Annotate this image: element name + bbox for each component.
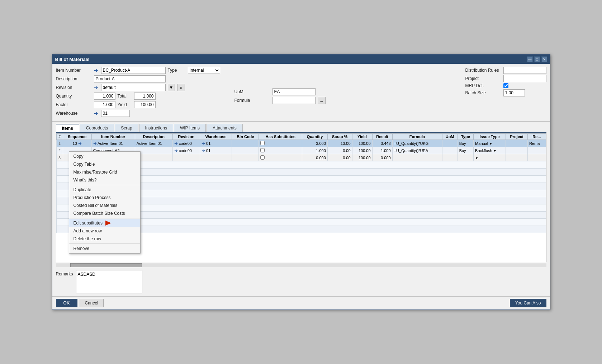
row-scrap: 13.00 — [327, 140, 352, 147]
context-menu-copy-table[interactable]: Copy Table — [69, 160, 140, 168]
ok-button[interactable]: OK — [56, 299, 77, 307]
cancel-button[interactable]: Cancel — [80, 299, 104, 307]
context-menu-costed-bom[interactable]: Costed Bill of Materials — [69, 202, 140, 209]
mrp-def-checkbox[interactable] — [503, 83, 508, 88]
row-bin-code — [232, 154, 259, 161]
tab-items[interactable]: Items — [56, 124, 79, 132]
row-project — [506, 140, 528, 147]
uom-input[interactable] — [272, 88, 316, 95]
description-input[interactable] — [94, 75, 166, 82]
tab-wip-items[interactable]: WIP Items — [174, 124, 206, 132]
type-dropdown[interactable]: Internal — [188, 67, 220, 74]
row-has-sub — [259, 140, 302, 147]
row-warehouse — [200, 154, 232, 161]
project-input[interactable] — [503, 75, 546, 82]
row-revision: ➜ code00 — [172, 140, 200, 147]
maximize-button[interactable]: □ — [534, 56, 540, 62]
warehouse-input[interactable] — [101, 110, 130, 117]
row-issue-type: Manual ▼ — [474, 140, 506, 147]
row-seq: 10 ➜ — [63, 140, 91, 147]
description-label: Description — [56, 76, 92, 81]
tab-attachments[interactable]: Attachments — [207, 124, 243, 132]
horizontal-scrollbar[interactable] — [56, 263, 546, 267]
minimize-button[interactable]: — — [527, 56, 533, 62]
bottom-bar: OK Cancel You Can Also — [52, 296, 550, 309]
col-scrap: Scrap % — [327, 134, 352, 140]
form-right: Distribution Rules Project MRP Def. Batc… — [465, 67, 546, 96]
col-revision: Revision — [172, 134, 200, 140]
row-formula: =U_Quantity()*UKG — [392, 140, 442, 147]
row-uom — [442, 147, 458, 154]
bill-of-materials-window: Bill of Materials — □ ✕ Item Number ➜ Ty… — [52, 54, 550, 310]
col-item-number: Item Number — [91, 134, 135, 140]
window-title: Bill of Materials — [55, 57, 90, 62]
close-button[interactable]: ✕ — [541, 56, 547, 62]
formula-label: Formula — [234, 98, 270, 103]
scrollbar-thumb[interactable] — [70, 263, 142, 267]
revision-dropdown-btn[interactable]: ▼ — [168, 84, 175, 91]
tab-coproducts[interactable]: Coproducts — [80, 124, 114, 132]
formula-dots-btn[interactable]: ... — [318, 97, 326, 104]
row-remark: Rema — [528, 140, 546, 147]
row-scrap: 0.00 — [327, 147, 352, 154]
form-middle: UoM Formula ... — [234, 88, 326, 105]
context-menu-delete-row[interactable]: Delete the row — [69, 235, 140, 243]
row-num: 3 — [56, 154, 63, 161]
table-row[interactable]: 1 10 ➜ ➜ Active-Item-01 Active-Item-01 ➜… — [56, 140, 546, 147]
col-uom: UoM — [442, 134, 458, 140]
col-result: Result — [372, 134, 392, 140]
item-number-arrow: ➜ — [94, 67, 98, 73]
row-has-sub — [259, 147, 302, 154]
context-menu-copy[interactable]: Copy — [69, 152, 140, 160]
context-menu-edit-substitutes[interactable]: Edit substitutes — [69, 219, 140, 227]
total-label: Total — [118, 94, 132, 99]
row-project — [506, 154, 528, 161]
row-description: Active-Item-01 — [135, 140, 172, 147]
remarks-input[interactable]: ASDASD — [76, 270, 142, 293]
revision-dots-btn[interactable]: ≡ — [177, 84, 185, 91]
context-menu-remove[interactable]: Remove — [69, 245, 140, 252]
dist-rules-input[interactable] — [503, 67, 546, 74]
row-type: Buy — [458, 140, 473, 147]
row-result: 0.000 — [372, 154, 392, 161]
row-remark — [528, 154, 546, 161]
window-controls: — □ ✕ — [527, 56, 547, 62]
revision-label: Revision — [56, 85, 92, 90]
context-menu-compare-batch[interactable]: Compare Batch Size Costs — [69, 209, 140, 217]
mrp-def-label: MRP Def. — [465, 83, 501, 88]
you-can-also-button[interactable]: You Can Also — [510, 299, 546, 307]
warehouse-arrow: ➜ — [94, 110, 98, 116]
dist-rules-label: Distribution Rules — [465, 68, 501, 73]
row-revision — [172, 154, 200, 161]
remarks-area: Remarks ASDASD — [52, 267, 550, 296]
row-result: 1.000 — [372, 147, 392, 154]
row-issue-type: Backflush ▼ — [474, 147, 506, 154]
revision-arrow: ➜ — [94, 85, 98, 90]
row-issue-type: ▼ — [474, 154, 506, 161]
context-menu-whats-this[interactable]: What's this? — [69, 176, 140, 184]
context-menu-maximise[interactable]: Maximise/Restore Grid — [69, 168, 140, 176]
row-num: 1 — [56, 140, 63, 147]
context-menu-sep1 — [69, 185, 140, 185]
context-menu-production-process[interactable]: Production Process — [69, 194, 140, 202]
tab-scrap[interactable]: Scrap — [115, 124, 138, 132]
row-num: 2 — [56, 147, 63, 154]
factor-input[interactable] — [94, 101, 115, 108]
row-type — [458, 154, 473, 161]
context-menu-add-row[interactable]: Add a new row — [69, 227, 140, 235]
context-menu-sep2 — [69, 218, 140, 218]
yield-input[interactable] — [134, 101, 156, 108]
item-number-input[interactable] — [101, 67, 166, 74]
row-warehouse: ➜ 01 — [200, 140, 232, 147]
bottom-left-buttons: OK Cancel — [56, 299, 104, 307]
context-menu-duplicate[interactable]: Duplicate — [69, 186, 140, 194]
tab-instructions[interactable]: Instructions — [139, 124, 173, 132]
formula-input[interactable] — [272, 97, 316, 104]
col-quantity: Quantity — [302, 134, 327, 140]
quantity-input[interactable] — [94, 93, 115, 100]
batch-size-input[interactable] — [503, 89, 525, 96]
row-uom — [442, 140, 458, 147]
revision-input[interactable] — [101, 84, 166, 91]
col-bin-code: Bin Code — [232, 134, 259, 140]
total-input[interactable] — [134, 93, 156, 100]
